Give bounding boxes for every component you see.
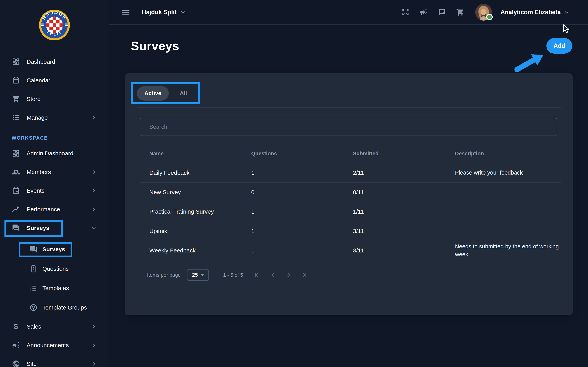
cart-icon[interactable] bbox=[456, 8, 464, 16]
chevron-right-icon bbox=[91, 206, 97, 212]
chevron-right-icon bbox=[91, 115, 97, 121]
caret-down-icon bbox=[201, 274, 204, 276]
shopping-cart-icon bbox=[12, 95, 20, 103]
table-row[interactable]: Practical Training Survey 1 1/11 bbox=[140, 202, 561, 221]
sidebar-item-label: Announcements bbox=[27, 342, 69, 349]
dashboard-icon bbox=[12, 58, 20, 66]
admin-dashboard-icon bbox=[12, 149, 20, 158]
chevron-down-icon bbox=[91, 225, 97, 231]
cell-name: Practical Training Survey bbox=[140, 208, 242, 215]
online-status-dot bbox=[486, 14, 493, 21]
dollar-icon: $ bbox=[12, 322, 20, 331]
cell-submitted: 3/11 bbox=[344, 228, 446, 234]
insights-icon bbox=[12, 205, 20, 214]
sidebar-item-dashboard[interactable]: Dashboard bbox=[0, 52, 109, 71]
column-header-description: Description bbox=[446, 151, 561, 157]
surveys-table: Name Questions Submitted Description Dai… bbox=[140, 144, 561, 260]
last-page-button[interactable] bbox=[300, 271, 307, 278]
cell-questions: 1 bbox=[242, 208, 344, 215]
table-row[interactable]: Upitnik 1 3/11 bbox=[140, 221, 561, 241]
sidebar-item-sales[interactable]: $ Sales bbox=[0, 317, 109, 336]
sidebar-item-label: Admin Dashboard bbox=[27, 150, 73, 157]
sidebar-subitem-label: Questions bbox=[42, 266, 69, 272]
paginator: Items per page 25 1 - 5 of 5 bbox=[136, 269, 561, 281]
first-page-button[interactable] bbox=[254, 271, 261, 278]
sidebar-item-store[interactable]: Store bbox=[0, 90, 109, 108]
chat-icon[interactable] bbox=[438, 8, 446, 16]
svg-text:?: ? bbox=[32, 267, 35, 271]
menu-icon[interactable] bbox=[122, 10, 130, 15]
sidebar-item-performance[interactable]: Performance bbox=[0, 200, 109, 219]
chevron-right-icon bbox=[91, 324, 97, 330]
cell-submitted: 2/11 bbox=[344, 169, 446, 176]
topbar: Hajduk Split bbox=[109, 0, 588, 25]
sidebar-item-announcements[interactable]: Announcements bbox=[0, 336, 109, 355]
page-header: Surveys Add bbox=[109, 25, 588, 67]
sidebar-item-calendar[interactable]: Calendar bbox=[0, 71, 109, 90]
club-selector[interactable]: Hajduk Split bbox=[142, 9, 185, 16]
sidebar-item-manage[interactable]: Manage bbox=[0, 108, 109, 127]
search-input[interactable] bbox=[140, 118, 557, 136]
sidebar-item-members[interactable]: Members bbox=[0, 163, 109, 181]
cell-name: Upitnik bbox=[140, 228, 242, 234]
items-per-page-label: Items per page bbox=[147, 272, 181, 278]
announcements-icon[interactable] bbox=[420, 8, 428, 16]
cell-submitted: 1/11 bbox=[344, 208, 446, 215]
table-row[interactable]: Weekly Feedback 1 3/11 Needs to submitte… bbox=[140, 241, 561, 260]
surveys-subnav: Surveys ? Questions bbox=[0, 240, 109, 317]
page-range-label: 1 - 5 of 5 bbox=[223, 272, 243, 278]
cell-name: Daily Feedback bbox=[140, 169, 242, 176]
sidebar-item-label: Sales bbox=[27, 323, 41, 330]
pager-controls bbox=[254, 271, 307, 278]
cell-questions: 1 bbox=[242, 228, 344, 234]
divider bbox=[137, 107, 561, 108]
items-per-page-select[interactable]: 25 bbox=[187, 269, 209, 281]
column-header-submitted: Submitted bbox=[344, 151, 446, 157]
previous-page-button[interactable] bbox=[269, 271, 277, 278]
chevron-right-icon bbox=[91, 188, 97, 194]
sidebar-item-label: Dashboard bbox=[27, 58, 55, 65]
topbar-actions: Analyticom Elizabeta bbox=[401, 4, 569, 21]
filter-all-toggle[interactable]: All bbox=[169, 90, 198, 97]
sidebar-item-surveys[interactable]: Surveys bbox=[0, 219, 109, 237]
cell-submitted: 3/11 bbox=[344, 247, 446, 254]
page-title: Surveys bbox=[131, 39, 179, 53]
sidebar-item-events[interactable]: Events bbox=[0, 181, 109, 200]
sidebar-subitem-surveys[interactable]: Surveys bbox=[0, 240, 109, 259]
column-header-questions: Questions bbox=[242, 151, 344, 157]
workspace-section-label: WORKSPACE bbox=[0, 132, 109, 144]
chevron-right-icon bbox=[91, 361, 97, 367]
club-logo[interactable]: HAJDUK SPLIT bbox=[0, 0, 109, 50]
sidebar-subitem-questions[interactable]: ? Questions bbox=[0, 259, 109, 278]
table-row[interactable]: New Survey 0 0/11 bbox=[140, 183, 561, 202]
list-icon bbox=[12, 113, 20, 122]
sidebar-item-label: Surveys bbox=[27, 225, 49, 231]
sidebar-item-site[interactable]: Site bbox=[0, 355, 109, 367]
next-page-button[interactable] bbox=[285, 271, 292, 278]
group-work-icon bbox=[29, 303, 38, 312]
user-menu[interactable]: Analyticom Elizabeta bbox=[501, 9, 569, 16]
cell-name: New Survey bbox=[140, 189, 242, 196]
chevron-down-icon bbox=[180, 9, 185, 15]
sidebar-subitem-templates[interactable]: Templates bbox=[0, 278, 109, 298]
filter-active-toggle[interactable]: Active bbox=[137, 86, 169, 100]
fullscreen-icon[interactable] bbox=[401, 8, 409, 16]
cell-questions: 1 bbox=[242, 169, 344, 176]
add-button[interactable]: Add bbox=[546, 38, 572, 54]
sidebar-subitem-template-groups[interactable]: Template Groups bbox=[0, 298, 109, 317]
calendar-icon bbox=[12, 76, 20, 85]
sidebar-subitem-label: Surveys bbox=[42, 246, 65, 253]
chevron-right-icon bbox=[91, 342, 97, 348]
cell-description: Please write your feedback bbox=[446, 169, 561, 177]
device-question-icon: ? bbox=[29, 265, 38, 273]
club-name: Hajduk Split bbox=[142, 9, 177, 16]
table-row[interactable]: Daily Feedback 1 2/11 Please write your … bbox=[140, 163, 561, 183]
sidebar-item-admin-dashboard[interactable]: Admin Dashboard bbox=[0, 144, 109, 163]
sidebar-subitem-label: Templates bbox=[42, 285, 69, 292]
cell-name: Weekly Feedback bbox=[140, 247, 242, 254]
filter-toggle-group: Active All bbox=[133, 84, 198, 102]
svg-text:$: $ bbox=[14, 323, 18, 331]
sidebar-item-label: Events bbox=[27, 187, 44, 194]
avatar[interactable] bbox=[475, 4, 492, 21]
cell-questions: 1 bbox=[242, 247, 344, 254]
